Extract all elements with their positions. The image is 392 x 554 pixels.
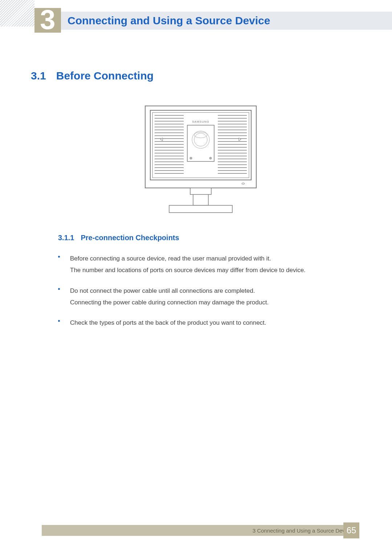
list-item: Check the types of ports at the back of … [58, 317, 370, 329]
chapter-number-badge: 3 [34, 8, 61, 33]
svg-rect-60 [190, 188, 211, 194]
list-item: Do not connect the power cable until all… [58, 285, 370, 309]
bullet-icon [58, 320, 60, 322]
bullet-icon [58, 256, 60, 258]
page-number-box: 65 [343, 522, 359, 538]
chapter-number: 3 [40, 6, 55, 33]
monitor-back-icon: SAMSUNG [144, 105, 257, 214]
section-title: Before Connecting [56, 70, 154, 82]
svg-rect-61 [169, 205, 232, 213]
svg-rect-45 [187, 125, 214, 161]
bullet-text: Check the types of ports at the back of … [70, 317, 266, 329]
decorative-corner [0, 0, 34, 26]
section-number: 3.1 [31, 70, 46, 82]
list-item: Before connecting a source device, read … [58, 253, 370, 276]
section-body: 3.1 Before Connecting [31, 70, 370, 337]
subsection-heading: 3.1.1 Pre-connection Checkpoints [31, 234, 370, 242]
footer-label: 3 Connecting and Using a Source Device [253, 528, 352, 534]
svg-text:SAMSUNG: SAMSUNG [192, 120, 209, 123]
monitor-back-figure: SAMSUNG [31, 105, 370, 216]
bullet-icon [58, 288, 60, 290]
bullet-text: Before connecting a source device, read … [70, 253, 306, 276]
footer-bar: 3 Connecting and Using a Source Device [42, 525, 359, 536]
section-heading: 3.1 Before Connecting [31, 70, 370, 82]
bullet-list: Before connecting a source device, read … [31, 253, 370, 329]
chapter-title: Connecting and Using a Source Device [68, 15, 270, 27]
svg-point-58 [242, 183, 245, 184]
bullet-text: Do not connect the power cable until all… [70, 285, 269, 309]
subsection-title: Pre-connection Checkpoints [81, 234, 179, 242]
page-number: 65 [347, 525, 356, 535]
chapter-header-bar: Connecting and Using a Source Device [61, 12, 392, 30]
subsection-number: 3.1.1 [58, 234, 74, 242]
